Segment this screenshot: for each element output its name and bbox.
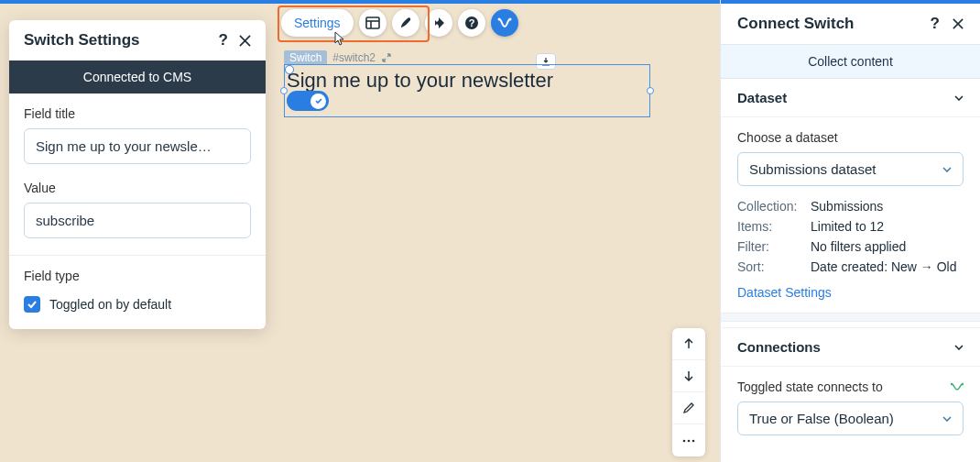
element-type-label: Switch xyxy=(284,50,327,65)
connection-icon xyxy=(951,381,964,392)
svg-point-6 xyxy=(508,18,511,21)
collect-content-button[interactable]: Collect content xyxy=(721,44,980,79)
dataset-select[interactable]: Submissions dataset xyxy=(737,152,964,186)
connections-section-header[interactable]: Connections xyxy=(721,327,980,367)
element-id-label: #switch2 xyxy=(329,51,379,64)
dataset-section-header[interactable]: Dataset xyxy=(721,79,980,117)
connect-switch-panel: Connect Switch ? Collect content Dataset… xyxy=(720,0,980,462)
floating-toolbar: Settings ? xyxy=(281,9,518,37)
chevron-down-icon xyxy=(942,416,952,422)
more-icon[interactable] xyxy=(672,424,705,456)
arrow-down-icon[interactable] xyxy=(672,360,705,392)
expand-icon[interactable] xyxy=(381,52,392,63)
right-panel-title: Connect Switch xyxy=(737,15,918,33)
arrow-up-icon[interactable] xyxy=(672,328,705,360)
svg-point-8 xyxy=(688,439,691,442)
animation-icon[interactable] xyxy=(425,9,452,37)
switch-settings-panel: Switch Settings ? Connected to CMS Field… xyxy=(9,20,266,329)
help-icon[interactable]: ? xyxy=(931,15,940,33)
svg-text:?: ? xyxy=(468,17,474,28)
close-icon[interactable] xyxy=(239,35,251,47)
svg-point-9 xyxy=(692,439,695,442)
field-title-input[interactable]: Sign me up to your newsle… xyxy=(24,128,251,164)
svg-rect-0 xyxy=(366,17,379,28)
svg-point-5 xyxy=(497,18,500,21)
choose-dataset-label: Choose a dataset xyxy=(737,130,964,145)
help-toolbar-icon[interactable]: ? xyxy=(458,9,485,37)
cms-banner: Connected to CMS xyxy=(9,60,266,94)
connects-to-select[interactable]: True or False (Boolean) xyxy=(737,402,964,435)
chevron-down-icon xyxy=(954,345,964,350)
toggle-default-label: Toggled on by default xyxy=(49,297,171,312)
element-tag: Switch #switch2 xyxy=(284,50,392,65)
selected-element[interactable]: Sign me up to your newsletter xyxy=(284,64,650,117)
chevron-down-icon xyxy=(954,95,964,101)
pencil-icon[interactable] xyxy=(672,392,705,424)
panel-title: Switch Settings xyxy=(24,31,208,50)
chevron-down-icon xyxy=(942,167,952,172)
cursor-icon xyxy=(331,31,345,48)
field-title-label: Field title xyxy=(24,106,251,121)
help-icon[interactable]: ? xyxy=(219,31,228,50)
switch-toggle[interactable] xyxy=(287,91,329,111)
canvas-side-tools xyxy=(672,328,705,456)
toggle-default-checkbox[interactable] xyxy=(24,296,40,313)
field-type-label: Field type xyxy=(24,269,251,283)
dataset-settings-link[interactable]: Dataset Settings xyxy=(737,285,964,313)
svg-point-7 xyxy=(683,439,686,442)
close-icon[interactable] xyxy=(953,18,964,29)
connect-data-icon[interactable] xyxy=(491,9,518,37)
layout-icon[interactable] xyxy=(359,9,387,37)
design-icon[interactable] xyxy=(392,9,419,37)
connects-to-label: Toggled state connects to xyxy=(737,380,883,394)
dataset-meta: Collection:Submissions Items:Limited to … xyxy=(737,199,964,274)
value-input[interactable]: subscribe xyxy=(24,203,251,238)
switch-label-text: Sign me up to your newsletter xyxy=(287,69,553,93)
value-label: Value xyxy=(24,181,251,195)
